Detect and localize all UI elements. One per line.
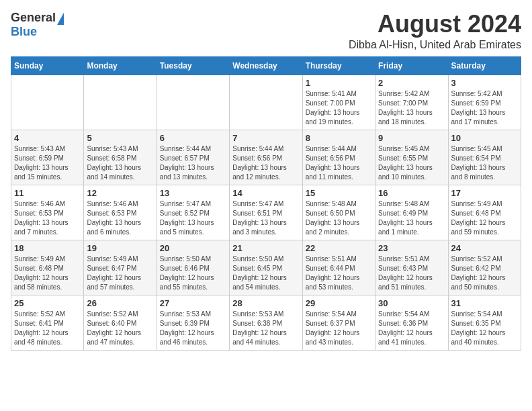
day-detail: Sunrise: 5:50 AM Sunset: 6:45 PM Dayligh… bbox=[232, 255, 299, 292]
day-detail: Sunrise: 5:43 AM Sunset: 6:58 PM Dayligh… bbox=[87, 144, 153, 182]
day-detail: Sunrise: 5:53 AM Sunset: 6:39 PM Dayligh… bbox=[160, 310, 226, 347]
calendar-cell bbox=[11, 75, 84, 130]
calendar-cell: 18Sunrise: 5:49 AM Sunset: 6:48 PM Dayli… bbox=[11, 240, 84, 295]
calendar-cell: 1Sunrise: 5:41 AM Sunset: 7:00 PM Daylig… bbox=[302, 75, 375, 130]
calendar-cell: 31Sunrise: 5:54 AM Sunset: 6:35 PM Dayli… bbox=[448, 295, 521, 350]
calendar-cell: 14Sunrise: 5:47 AM Sunset: 6:51 PM Dayli… bbox=[230, 185, 302, 240]
title-block: August 2024 Dibba Al-Hisn, United Arab E… bbox=[349, 11, 521, 51]
day-number: 30 bbox=[378, 298, 445, 308]
calendar-week-row: 25Sunrise: 5:52 AM Sunset: 6:41 PM Dayli… bbox=[11, 295, 521, 350]
day-number: 19 bbox=[87, 243, 153, 253]
calendar-cell: 27Sunrise: 5:53 AM Sunset: 6:39 PM Dayli… bbox=[157, 295, 229, 350]
day-number: 7 bbox=[232, 133, 299, 143]
calendar-cell: 21Sunrise: 5:50 AM Sunset: 6:45 PM Dayli… bbox=[230, 240, 302, 295]
calendar-week-row: 1Sunrise: 5:41 AM Sunset: 7:00 PM Daylig… bbox=[11, 75, 521, 130]
day-number: 9 bbox=[378, 133, 445, 143]
day-number: 29 bbox=[306, 298, 372, 308]
day-detail: Sunrise: 5:49 AM Sunset: 6:48 PM Dayligh… bbox=[451, 199, 518, 237]
calendar-cell: 28Sunrise: 5:53 AM Sunset: 6:38 PM Dayli… bbox=[230, 295, 302, 350]
day-number: 5 bbox=[87, 133, 153, 143]
calendar-week-row: 4Sunrise: 5:43 AM Sunset: 6:59 PM Daylig… bbox=[11, 130, 521, 185]
day-detail: Sunrise: 5:53 AM Sunset: 6:38 PM Dayligh… bbox=[232, 310, 299, 347]
column-header-thursday: Thursday bbox=[302, 56, 375, 75]
day-number: 24 bbox=[451, 243, 518, 253]
day-detail: Sunrise: 5:49 AM Sunset: 6:48 PM Dayligh… bbox=[14, 255, 81, 292]
calendar-cell bbox=[230, 75, 302, 130]
day-number: 18 bbox=[14, 243, 81, 253]
day-detail: Sunrise: 5:48 AM Sunset: 6:49 PM Dayligh… bbox=[378, 199, 445, 237]
day-number: 8 bbox=[306, 133, 372, 143]
column-header-monday: Monday bbox=[84, 56, 157, 75]
day-detail: Sunrise: 5:52 AM Sunset: 6:40 PM Dayligh… bbox=[87, 310, 153, 347]
day-detail: Sunrise: 5:44 AM Sunset: 6:57 PM Dayligh… bbox=[160, 144, 226, 182]
calendar-cell: 4Sunrise: 5:43 AM Sunset: 6:59 PM Daylig… bbox=[11, 130, 84, 185]
day-number: 6 bbox=[160, 133, 226, 143]
logo-blue-text: Blue bbox=[11, 25, 37, 39]
day-detail: Sunrise: 5:47 AM Sunset: 6:52 PM Dayligh… bbox=[160, 199, 226, 237]
calendar-cell: 22Sunrise: 5:51 AM Sunset: 6:44 PM Dayli… bbox=[302, 240, 375, 295]
day-detail: Sunrise: 5:47 AM Sunset: 6:51 PM Dayligh… bbox=[232, 199, 299, 237]
page-title: August 2024 bbox=[349, 11, 521, 38]
day-number: 31 bbox=[451, 298, 518, 308]
calendar-cell: 13Sunrise: 5:47 AM Sunset: 6:52 PM Dayli… bbox=[157, 185, 229, 240]
calendar-cell bbox=[157, 75, 229, 130]
column-header-wednesday: Wednesday bbox=[230, 56, 302, 75]
day-number: 26 bbox=[87, 298, 153, 308]
day-number: 28 bbox=[232, 298, 299, 308]
calendar-cell: 6Sunrise: 5:44 AM Sunset: 6:57 PM Daylig… bbox=[157, 130, 229, 185]
day-detail: Sunrise: 5:50 AM Sunset: 6:46 PM Dayligh… bbox=[160, 255, 226, 292]
day-number: 11 bbox=[14, 188, 81, 198]
column-header-sunday: Sunday bbox=[11, 56, 84, 75]
logo-triangle-icon bbox=[57, 13, 64, 25]
calendar-cell: 2Sunrise: 5:42 AM Sunset: 7:00 PM Daylig… bbox=[375, 75, 448, 130]
day-detail: Sunrise: 5:45 AM Sunset: 6:55 PM Dayligh… bbox=[378, 144, 445, 182]
calendar-cell: 8Sunrise: 5:44 AM Sunset: 6:56 PM Daylig… bbox=[302, 130, 375, 185]
calendar-cell: 15Sunrise: 5:48 AM Sunset: 6:50 PM Dayli… bbox=[302, 185, 375, 240]
calendar-cell: 17Sunrise: 5:49 AM Sunset: 6:48 PM Dayli… bbox=[448, 185, 521, 240]
calendar-cell: 26Sunrise: 5:52 AM Sunset: 6:40 PM Dayli… bbox=[84, 295, 157, 350]
calendar-week-row: 18Sunrise: 5:49 AM Sunset: 6:48 PM Dayli… bbox=[11, 240, 521, 295]
day-detail: Sunrise: 5:52 AM Sunset: 6:42 PM Dayligh… bbox=[451, 255, 518, 292]
day-detail: Sunrise: 5:43 AM Sunset: 6:59 PM Dayligh… bbox=[14, 144, 81, 182]
day-detail: Sunrise: 5:42 AM Sunset: 7:00 PM Dayligh… bbox=[378, 89, 445, 127]
day-detail: Sunrise: 5:45 AM Sunset: 6:54 PM Dayligh… bbox=[451, 144, 518, 182]
calendar-body: 1Sunrise: 5:41 AM Sunset: 7:00 PM Daylig… bbox=[11, 75, 521, 350]
day-number: 22 bbox=[306, 243, 372, 253]
calendar-cell: 10Sunrise: 5:45 AM Sunset: 6:54 PM Dayli… bbox=[448, 130, 521, 185]
day-detail: Sunrise: 5:51 AM Sunset: 6:43 PM Dayligh… bbox=[378, 255, 445, 292]
calendar-cell: 19Sunrise: 5:49 AM Sunset: 6:47 PM Dayli… bbox=[84, 240, 157, 295]
column-header-saturday: Saturday bbox=[448, 56, 521, 75]
day-number: 21 bbox=[232, 243, 299, 253]
day-number: 13 bbox=[160, 188, 226, 198]
day-detail: Sunrise: 5:41 AM Sunset: 7:00 PM Dayligh… bbox=[306, 89, 372, 127]
page-subtitle: Dibba Al-Hisn, United Arab Emirates bbox=[349, 39, 521, 51]
calendar-cell: 16Sunrise: 5:48 AM Sunset: 6:49 PM Dayli… bbox=[375, 185, 448, 240]
calendar-cell: 23Sunrise: 5:51 AM Sunset: 6:43 PM Dayli… bbox=[375, 240, 448, 295]
calendar-cell bbox=[84, 75, 157, 130]
day-number: 12 bbox=[87, 188, 153, 198]
calendar-cell: 7Sunrise: 5:44 AM Sunset: 6:56 PM Daylig… bbox=[230, 130, 302, 185]
calendar-cell: 24Sunrise: 5:52 AM Sunset: 6:42 PM Dayli… bbox=[448, 240, 521, 295]
day-number: 17 bbox=[451, 188, 518, 198]
day-number: 20 bbox=[160, 243, 226, 253]
day-number: 2 bbox=[378, 78, 445, 88]
day-number: 1 bbox=[306, 78, 372, 88]
page-header: General Blue August 2024 Dibba Al-Hisn, … bbox=[11, 11, 521, 51]
day-number: 10 bbox=[451, 133, 518, 143]
day-number: 4 bbox=[14, 133, 81, 143]
day-detail: Sunrise: 5:46 AM Sunset: 6:53 PM Dayligh… bbox=[87, 199, 153, 237]
day-detail: Sunrise: 5:51 AM Sunset: 6:44 PM Dayligh… bbox=[306, 255, 372, 292]
day-detail: Sunrise: 5:49 AM Sunset: 6:47 PM Dayligh… bbox=[87, 255, 153, 292]
calendar-cell: 5Sunrise: 5:43 AM Sunset: 6:58 PM Daylig… bbox=[84, 130, 157, 185]
calendar-week-row: 11Sunrise: 5:46 AM Sunset: 6:53 PM Dayli… bbox=[11, 185, 521, 240]
calendar-cell: 29Sunrise: 5:54 AM Sunset: 6:37 PM Dayli… bbox=[302, 295, 375, 350]
day-number: 27 bbox=[160, 298, 226, 308]
column-header-tuesday: Tuesday bbox=[157, 56, 229, 75]
day-number: 15 bbox=[306, 188, 372, 198]
day-detail: Sunrise: 5:52 AM Sunset: 6:41 PM Dayligh… bbox=[14, 310, 81, 347]
day-detail: Sunrise: 5:54 AM Sunset: 6:36 PM Dayligh… bbox=[378, 310, 445, 347]
day-detail: Sunrise: 5:54 AM Sunset: 6:37 PM Dayligh… bbox=[306, 310, 372, 347]
day-number: 23 bbox=[378, 243, 445, 253]
calendar-cell: 3Sunrise: 5:42 AM Sunset: 6:59 PM Daylig… bbox=[448, 75, 521, 130]
day-number: 25 bbox=[14, 298, 81, 308]
